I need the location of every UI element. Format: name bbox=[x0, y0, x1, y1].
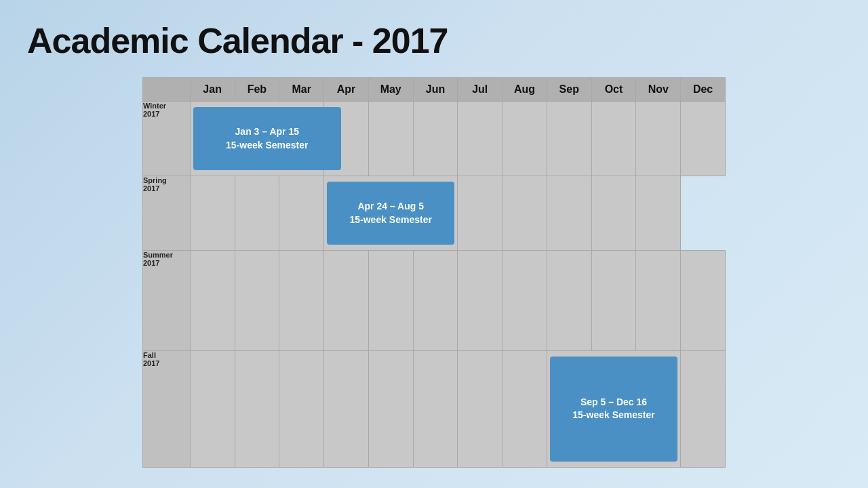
summer-oct bbox=[591, 251, 636, 351]
row-spring: Spring 2017 Apr 24 – Aug 5 15-week Semes… bbox=[143, 176, 726, 251]
spring-dec bbox=[636, 176, 681, 251]
fall-event-block: Sep 5 – Dec 16 15-week Semester bbox=[550, 357, 677, 462]
spring-mar bbox=[279, 176, 324, 251]
spring-jan bbox=[190, 176, 235, 251]
winter-jun bbox=[413, 102, 458, 176]
header-nov: Nov bbox=[636, 78, 681, 102]
header-label-cell bbox=[143, 78, 191, 102]
row-fall: Fall 2017 Sep 5 – Dec 16 15-week Semeste… bbox=[143, 350, 726, 468]
fall-label-line1: Fall bbox=[143, 351, 156, 359]
winter-event-block: Jan 3 – Apr 15 15-week Semester bbox=[193, 107, 341, 170]
summer-label: Summer 2017 bbox=[143, 251, 191, 351]
winter-label-line1: Winter bbox=[143, 102, 166, 110]
summer-dec bbox=[681, 251, 726, 351]
spring-label-line1: Spring bbox=[143, 176, 167, 184]
fall-feb bbox=[235, 350, 279, 468]
summer-aug bbox=[502, 251, 547, 351]
summer-sep bbox=[547, 251, 591, 351]
summer-label-line1: Summer bbox=[143, 251, 173, 259]
winter-aug bbox=[502, 102, 547, 176]
summer-jul bbox=[458, 251, 502, 351]
header-jun: Jun bbox=[413, 78, 458, 102]
calendar-wrapper: Jan Feb Mar Apr May Jun Jul Aug Sep Oct … bbox=[27, 77, 841, 468]
winter-label: Winter 2017 bbox=[143, 102, 191, 176]
summer-nov bbox=[636, 251, 681, 351]
summer-jan bbox=[190, 251, 235, 351]
summer-feb bbox=[235, 251, 279, 351]
fall-event-line1: Sep 5 – Dec 16 bbox=[580, 396, 647, 409]
spring-feb bbox=[235, 176, 279, 251]
spring-event-cell: Apr 24 – Aug 5 15-week Semester bbox=[324, 176, 458, 251]
fall-event-line2: 15-week Semester bbox=[572, 409, 654, 422]
summer-apr bbox=[324, 251, 369, 351]
spring-event-line1: Apr 24 – Aug 5 bbox=[357, 200, 424, 214]
winter-oct bbox=[591, 102, 636, 176]
winter-dec bbox=[681, 102, 726, 176]
calendar-table: Jan Feb Mar Apr May Jun Jul Aug Sep Oct … bbox=[142, 77, 726, 468]
fall-apr bbox=[324, 350, 369, 468]
header-apr: Apr bbox=[324, 78, 369, 102]
header-sep: Sep bbox=[547, 78, 591, 102]
winter-nov bbox=[636, 102, 681, 176]
page-title: Academic Calendar - 2017 bbox=[27, 20, 841, 61]
winter-event-cell: Jan 3 – Apr 15 15-week Semester bbox=[190, 102, 323, 176]
header-mar: Mar bbox=[279, 78, 324, 102]
header-feb: Feb bbox=[235, 78, 279, 102]
spring-oct bbox=[547, 176, 591, 251]
header-row: Jan Feb Mar Apr May Jun Jul Aug Sep Oct … bbox=[143, 78, 726, 102]
fall-label: Fall 2017 bbox=[143, 350, 191, 468]
fall-event-cell: Sep 5 – Dec 16 15-week Semester bbox=[547, 350, 680, 468]
spring-label-line2: 2017 bbox=[143, 184, 159, 192]
fall-jan bbox=[190, 350, 235, 468]
fall-aug bbox=[502, 350, 547, 468]
summer-jun bbox=[413, 251, 458, 351]
spring-label: Spring 2017 bbox=[143, 176, 191, 251]
winter-may bbox=[368, 102, 413, 176]
winter-event-line1: Jan 3 – Apr 15 bbox=[235, 125, 299, 139]
spring-sep bbox=[502, 176, 547, 251]
row-summer: Summer 2017 bbox=[143, 251, 726, 351]
header-may: May bbox=[368, 78, 413, 102]
fall-dec bbox=[681, 350, 726, 468]
spring-event-line2: 15-week Semester bbox=[350, 214, 432, 227]
summer-may bbox=[368, 251, 413, 351]
fall-may bbox=[368, 350, 413, 468]
fall-label-line2: 2017 bbox=[143, 359, 159, 367]
winter-event-line2: 15-week Semester bbox=[226, 139, 308, 152]
spring-aug bbox=[458, 176, 502, 251]
header-aug: Aug bbox=[502, 78, 547, 102]
fall-jun bbox=[413, 350, 458, 468]
spring-nov bbox=[591, 176, 636, 251]
winter-sep bbox=[547, 102, 591, 176]
row-winter: Winter 2017 Jan 3 – Apr 15 15-week Semes… bbox=[143, 102, 726, 176]
fall-jul bbox=[458, 350, 502, 468]
header-jul: Jul bbox=[458, 78, 502, 102]
winter-jul bbox=[458, 102, 502, 176]
header-dec: Dec bbox=[681, 78, 726, 102]
header-oct: Oct bbox=[591, 78, 636, 102]
spring-event-block: Apr 24 – Aug 5 15-week Semester bbox=[327, 182, 454, 245]
summer-mar bbox=[279, 251, 324, 351]
fall-mar bbox=[279, 350, 324, 468]
winter-label-line2: 2017 bbox=[143, 110, 159, 118]
header-jan: Jan bbox=[190, 78, 235, 102]
summer-label-line2: 2017 bbox=[143, 259, 159, 267]
